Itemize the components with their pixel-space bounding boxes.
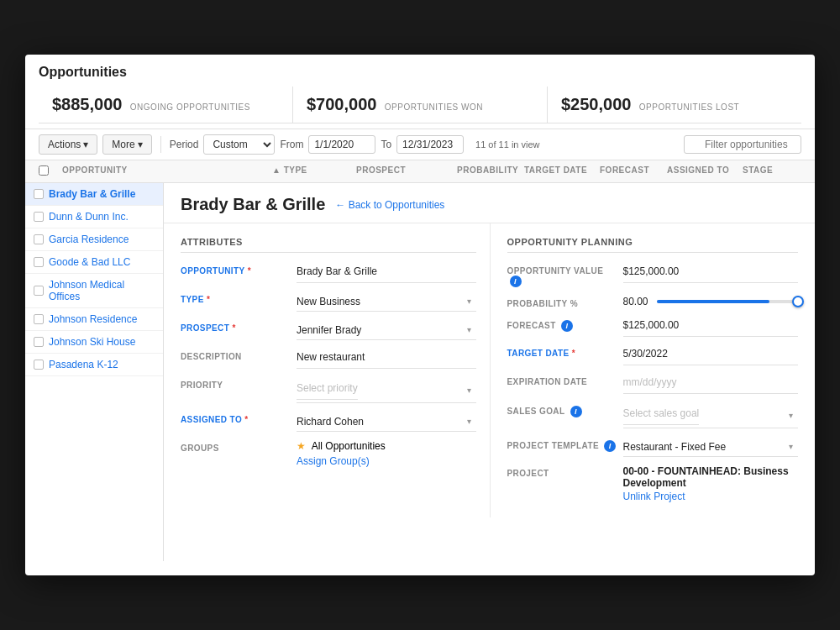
item-name: Goode & Bad LLC xyxy=(49,256,130,268)
ongoing-label: ONGOING OPPORTUNITIES xyxy=(130,102,250,112)
sales-goal-info-icon[interactable]: i xyxy=(570,406,582,417)
item-checkbox[interactable] xyxy=(34,286,44,296)
col-target-date[interactable]: TARGET DATE xyxy=(524,164,600,179)
more-button[interactable]: More ▾ xyxy=(102,134,151,155)
target-date-value[interactable]: 5/30/2022 xyxy=(623,345,799,365)
main-window: Opportunities $885,000 ONGOING OPPORTUNI… xyxy=(25,55,815,575)
probability-slider-thumb[interactable] xyxy=(792,296,804,307)
unlink-project-link[interactable]: Unlink Project xyxy=(623,491,799,502)
list-item[interactable]: Dunn & Dunn Inc. xyxy=(25,206,163,228)
period-select[interactable]: Custom This Year Last Year xyxy=(203,134,275,155)
groups-row: GROUPS ★ All Opportunities Assign Group(… xyxy=(181,440,476,467)
project-value-group: 00-00 - FOUNTAINHEAD: Business Developme… xyxy=(623,465,799,502)
sales-goal-select[interactable]: Select sales goal ▾ xyxy=(623,402,799,428)
project-template-row: PROJECT TEMPLATE i Restaurant - Fixed Fe… xyxy=(507,437,799,457)
item-checkbox[interactable] xyxy=(34,314,44,324)
assigned-to-value: Richard Cohen xyxy=(297,416,364,428)
attributes-section: ATTRIBUTES OPPORTUNITY Brady Bar & Grill… xyxy=(181,223,490,517)
item-checkbox[interactable] xyxy=(34,257,44,267)
item-name: Pasadena K-12 xyxy=(49,359,118,370)
list-item[interactable]: Brady Bar & Grille xyxy=(25,183,163,206)
type-value: New Business xyxy=(297,296,360,307)
type-label: TYPE xyxy=(181,291,290,304)
forecast-info-icon[interactable]: i xyxy=(561,320,573,332)
description-value[interactable]: New restaurant xyxy=(297,349,476,369)
to-date-input[interactable] xyxy=(396,135,464,154)
list-item[interactable]: Garcia Residence xyxy=(25,228,163,251)
right-panel: Brady Bar & Grille Back to Opportunities… xyxy=(164,183,815,561)
item-checkbox[interactable] xyxy=(34,234,44,244)
col-probability[interactable]: PROBABILITY xyxy=(457,164,524,179)
prospect-row: PROSPECT Jennifer Brady ▾ xyxy=(181,320,476,340)
item-name: Johnson Residence xyxy=(49,313,137,325)
opp-value-label: OPPORTUNITY VALUE i xyxy=(507,263,617,287)
forecast-row: FORECAST i $125,000.00 xyxy=(507,317,799,337)
project-template-info-icon[interactable]: i xyxy=(604,440,616,452)
sales-goal-placeholder: Select sales goal xyxy=(623,405,700,425)
item-checkbox[interactable] xyxy=(34,337,44,347)
type-chevron-icon: ▾ xyxy=(467,297,471,306)
groups-value: ★ All Opportunities xyxy=(297,440,476,452)
planning-section: OPPORTUNITY PLANNING OPPORTUNITY VALUE i… xyxy=(490,223,799,517)
left-panel: Brady Bar & Grille Dunn & Dunn Inc. Garc… xyxy=(25,183,164,561)
metric-won: $700,000 OPPORTUNITIES WON xyxy=(293,87,548,123)
select-all-checkbox[interactable] xyxy=(39,165,49,176)
item-name: Johnson Ski House xyxy=(49,336,135,348)
assigned-to-select[interactable]: Richard Cohen ▾ xyxy=(297,412,476,432)
back-to-opportunities-link[interactable]: Back to Opportunities xyxy=(335,199,444,211)
type-row: TYPE New Business ▾ xyxy=(181,291,476,312)
sales-goal-chevron-icon: ▾ xyxy=(789,411,793,420)
list-item[interactable]: Pasadena K-12 xyxy=(25,354,163,376)
col-prospect[interactable]: PROSPECT xyxy=(356,164,457,179)
type-select[interactable]: New Business ▾ xyxy=(297,291,476,312)
item-checkbox[interactable] xyxy=(34,360,44,370)
project-template-chevron-icon: ▾ xyxy=(789,442,793,451)
to-label: To xyxy=(381,139,391,150)
list-item[interactable]: Johnson Medical Offices xyxy=(25,274,163,308)
col-stage[interactable]: STAGE xyxy=(743,164,801,179)
opportunity-value[interactable]: Brady Bar & Grille xyxy=(297,263,476,283)
prospect-chevron-icon: ▾ xyxy=(467,325,471,334)
expiration-date-value[interactable]: mm/dd/yyyy xyxy=(623,374,799,394)
priority-select[interactable]: Select priority ▾ xyxy=(297,377,476,403)
forecast-label: FORECAST i xyxy=(507,317,617,332)
item-checkbox[interactable] xyxy=(34,212,44,222)
assigned-to-chevron-icon: ▾ xyxy=(467,417,471,426)
project-name: 00-00 - FOUNTAINHEAD: Business Developme… xyxy=(623,465,799,489)
filter-wrap: 🔍 xyxy=(684,135,801,154)
col-forecast[interactable]: FORECAST xyxy=(600,164,667,179)
probability-row: PROBABILITY % 80.00 xyxy=(507,296,799,308)
assigned-to-row: ASSIGNED TO Richard Cohen ▾ xyxy=(181,412,476,432)
from-date-input[interactable] xyxy=(308,135,375,154)
item-checkbox[interactable] xyxy=(34,189,44,199)
opp-value-field[interactable]: $125,000.00 xyxy=(623,263,799,283)
attributes-title: ATTRIBUTES xyxy=(181,237,476,253)
ongoing-value: $885,000 xyxy=(52,95,122,113)
content-area: Brady Bar & Grille Dunn & Dunn Inc. Garc… xyxy=(25,183,815,561)
actions-button[interactable]: Actions ▾ xyxy=(39,134,97,155)
description-row: DESCRIPTION New restaurant xyxy=(181,349,476,369)
table-header: OPPORTUNITY ▲ TYPE PROSPECT PROBABILITY … xyxy=(25,160,815,183)
project-template-select[interactable]: Restaurant - Fixed Fee ▾ xyxy=(623,437,799,457)
opp-value-info-icon[interactable]: i xyxy=(510,276,522,287)
prospect-value: Jennifer Brady xyxy=(297,324,361,336)
assign-groups-link[interactable]: Assign Group(s) xyxy=(297,455,476,467)
toolbar: Actions ▾ More ▾ Period Custom This Year… xyxy=(25,129,815,160)
probability-value[interactable]: 80.00 xyxy=(623,296,650,307)
prospect-select[interactable]: Jennifer Brady ▾ xyxy=(297,320,476,340)
priority-row: PRIORITY Select priority ▾ xyxy=(181,377,476,403)
col-type[interactable]: ▲ TYPE xyxy=(272,164,356,179)
won-value: $700,000 xyxy=(307,95,376,113)
list-item[interactable]: Johnson Ski House xyxy=(25,331,163,354)
col-opportunity[interactable]: OPPORTUNITY xyxy=(62,164,272,179)
forecast-value[interactable]: $125,000.00 xyxy=(623,317,799,337)
expiration-date-label: EXPIRATION DATE xyxy=(507,374,617,386)
priority-placeholder: Select priority xyxy=(297,380,358,400)
form-area: ATTRIBUTES OPPORTUNITY Brady Bar & Grill… xyxy=(164,223,815,534)
page-header: Opportunities $885,000 ONGOING OPPORTUNI… xyxy=(25,55,815,129)
list-item[interactable]: Johnson Residence xyxy=(25,308,163,331)
assigned-to-label: ASSIGNED TO xyxy=(181,412,290,424)
col-assigned-to[interactable]: ASSIGNED TO xyxy=(667,164,743,179)
filter-input[interactable] xyxy=(684,135,801,154)
list-item[interactable]: Goode & Bad LLC xyxy=(25,251,163,274)
